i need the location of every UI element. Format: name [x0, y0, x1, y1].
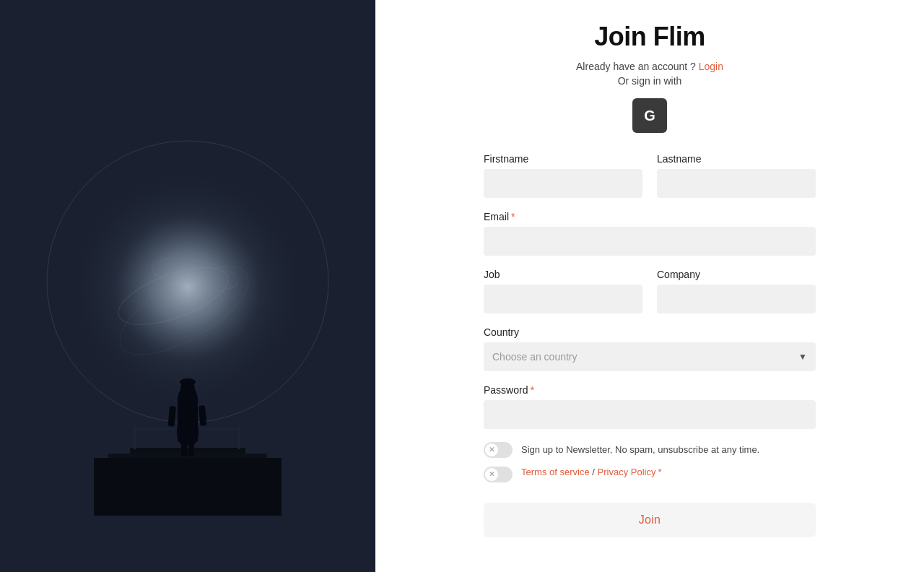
terms-toggle[interactable]: ✕ [484, 467, 513, 482]
toggle-x-icon: ✕ [489, 446, 494, 454]
job-company-row: Job Company [484, 269, 816, 313]
password-row: Password* [484, 384, 816, 429]
terms-toggle-row: ✕ Terms of service / Privacy Policy* [484, 467, 816, 482]
svg-point-2 [65, 159, 310, 404]
page-title: Join Flim [594, 22, 705, 52]
account-subtitle: Already have an account ? Login [576, 61, 723, 72]
right-panel: Join Flim Already have an account ? Logi… [375, 0, 924, 572]
password-required-star: * [530, 384, 533, 396]
email-group: Email* [484, 211, 816, 256]
email-required-star: * [511, 211, 515, 222]
privacy-policy-link[interactable]: Privacy Policy* [598, 467, 662, 477]
left-panel [0, 0, 375, 572]
country-label: Country [484, 326, 816, 338]
newsletter-toggle[interactable]: ✕ [484, 442, 513, 458]
login-link[interactable]: Login [699, 61, 723, 72]
join-button[interactable]: Join [484, 503, 816, 537]
country-select[interactable]: Choose an country United States United K… [484, 342, 816, 371]
country-select-wrapper: Choose an country United States United K… [484, 342, 816, 371]
terms-separator: / [592, 467, 595, 477]
svg-rect-18 [188, 442, 194, 456]
job-input[interactable] [484, 285, 642, 313]
lastname-label: Lastname [657, 153, 816, 165]
background-image [0, 0, 375, 572]
name-row: Firstname Lastname [484, 153, 816, 198]
svg-point-20 [180, 378, 196, 386]
or-sign-text: Or sign in with [618, 75, 682, 87]
lastname-input[interactable] [657, 169, 816, 198]
terms-of-service-link[interactable]: Terms of service [521, 467, 590, 477]
password-label: Password* [484, 384, 816, 396]
svg-rect-8 [108, 454, 267, 458]
firstname-group: Firstname [484, 153, 642, 198]
toggle-knob-2: ✕ [485, 468, 498, 481]
terms-required-star: * [658, 467, 661, 477]
newsletter-label: Sign up to Newsletter, No spam, unsubscr… [521, 442, 759, 456]
lastname-group: Lastname [657, 153, 816, 198]
email-label: Email* [484, 211, 816, 222]
firstname-input[interactable] [484, 169, 642, 198]
google-sign-in-button[interactable]: G [632, 98, 667, 133]
toggle-knob: ✕ [485, 443, 498, 456]
google-icon-letter: G [644, 108, 655, 124]
newsletter-toggle-row: ✕ Sign up to Newsletter, No spam, unsubs… [484, 442, 816, 458]
email-row: Email* [484, 211, 816, 256]
svg-rect-7 [130, 448, 245, 454]
country-row: Country Choose an country United States … [484, 326, 816, 371]
password-input[interactable] [484, 400, 816, 429]
svg-rect-17 [181, 442, 187, 456]
terms-label: Terms of service / Privacy Policy* [521, 467, 662, 477]
company-group: Company [657, 269, 816, 313]
svg-rect-9 [94, 458, 282, 516]
company-input[interactable] [657, 285, 816, 313]
toggles-section: ✕ Sign up to Newsletter, No spam, unsubs… [484, 442, 816, 482]
job-label: Job [484, 269, 642, 280]
company-label: Company [657, 269, 816, 280]
password-group: Password* [484, 384, 816, 429]
country-group: Country Choose an country United States … [484, 326, 816, 371]
signup-form: Firstname Lastname Email* Job [484, 153, 816, 537]
toggle-x-icon-2: ✕ [489, 471, 494, 478]
job-group: Job [484, 269, 642, 313]
subtitle-text: Already have an account ? [576, 61, 696, 72]
email-input[interactable] [484, 227, 816, 256]
firstname-label: Firstname [484, 153, 642, 165]
